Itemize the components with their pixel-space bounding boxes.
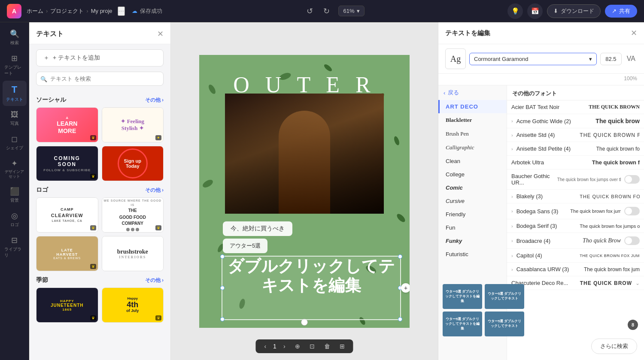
- bulb-button[interactable]: 💡: [507, 3, 523, 19]
- font-cat-cursive[interactable]: Cursive: [438, 194, 507, 208]
- font-cat-friendly[interactable]: Friendly: [438, 208, 507, 221]
- canvas-bubble-1[interactable]: 今、絶対に買うべき: [223, 221, 292, 236]
- calendar-button[interactable]: 📅: [527, 3, 543, 19]
- sidebar-item-background[interactable]: ⬛ 背景: [3, 183, 27, 207]
- canvas-container[interactable]: O U T E R 今、絶対に買うべき アウター5選: [199, 55, 410, 328]
- badge-count: 8: [628, 320, 638, 330]
- font-toggle-broadacre[interactable]: [624, 236, 640, 245]
- panel-close-button[interactable]: ✕: [157, 29, 164, 39]
- template-card-juneteenth[interactable]: HAPPY JUNETEENTH 1865 ♛: [36, 287, 98, 323]
- template-card-camp[interactable]: CAMP CLEARVIEW LAKE TAHOE, CA ♛: [36, 197, 98, 233]
- download-button[interactable]: ⬇ ダウンロード: [547, 4, 601, 18]
- right-panel-close-button[interactable]: ✕: [631, 28, 637, 38]
- font-item-baucher[interactable]: Baucher Gothic UR... The quick brown fox…: [507, 169, 644, 190]
- canvas-main-text[interactable]: ダブルクリックしてテキストを編集: [222, 257, 400, 296]
- font-toggle-baucher[interactable]: [624, 175, 640, 184]
- font-item-casablanca[interactable]: › Casablanca URW (3) The quick brown fox…: [507, 263, 644, 276]
- zoom-in-button[interactable]: ⊕: [292, 342, 303, 351]
- sidebar-item-logo[interactable]: ◎ ロゴ: [3, 208, 27, 231]
- share-button[interactable]: ↗ 共有: [605, 5, 637, 18]
- template-card-coming-soon[interactable]: COMING SOON FOLLOW & SUBSCRIBE ♛: [36, 146, 98, 181]
- font-size-input[interactable]: 82.5: [600, 53, 622, 65]
- font-toggle-bodega-sans[interactable]: [624, 207, 640, 215]
- handle-tr[interactable]: [398, 254, 402, 259]
- breadcrumb-project[interactable]: プロジェクト: [50, 7, 84, 15]
- font-back-button[interactable]: ‹ 戻る: [438, 85, 507, 100]
- undo-button[interactable]: ↺: [305, 5, 315, 18]
- font-item-capitol[interactable]: › Capitol (4) THE QUICK BROWN FOX JUMPS …: [507, 249, 644, 263]
- add-text-button[interactable]: ＋ + テキストを追加: [36, 49, 164, 67]
- canvas-text-selection[interactable]: + ダブルクリックしてテキストを編集: [222, 256, 401, 320]
- canvas-area: O U T E R 今、絶対に買うべき アウター5選: [171, 22, 438, 360]
- crown-badge: ♛: [90, 225, 96, 230]
- social-more-link[interactable]: その他 ›: [145, 97, 164, 104]
- font-item-anisette-petite[interactable]: › Anisette Std Petite (4) The quick brow…: [507, 142, 644, 156]
- font-item-charcuterie[interactable]: Charcuterie Deco Re... THE QUICK BROW ⌄: [507, 276, 644, 290]
- template-card-good-food[interactable]: WE SOURCE WHERE THE GOOD IS THE GOOD FOO…: [102, 197, 164, 233]
- handle-bl[interactable]: [220, 317, 225, 321]
- preview-thumb-3[interactable]: ウター5選 ダブルクリックしてテキストを編集: [443, 312, 482, 336]
- font-item-bodega-sans[interactable]: › Bodega Sans (3) The quick brown fox ju…: [507, 203, 644, 219]
- sidebar-item-template[interactable]: ⊞ テンプレート: [3, 50, 27, 80]
- template-card-learn-more[interactable]: ▲ LEARN MORE ♛: [36, 107, 98, 142]
- preview-thumb-4[interactable]: ウター5選 ダブルクリックしてテキスト: [485, 312, 524, 336]
- more-button[interactable]: ···: [118, 6, 125, 16]
- font-cat-art-deco[interactable]: ART DECO: [438, 100, 507, 113]
- handle-tl[interactable]: [220, 254, 225, 259]
- font-selector[interactable]: Cormorant Garamond ▾: [469, 53, 597, 65]
- app-logo[interactable]: A: [7, 4, 21, 18]
- font-item-acme-gothic[interactable]: › Acme Gothic Wide (2) The quick brow: [507, 114, 644, 128]
- sidebar-item-design[interactable]: ✦ デザインアセット: [3, 155, 27, 182]
- canvas-bubble-2[interactable]: アウター5選: [223, 239, 267, 253]
- template-card-4th-july[interactable]: Happy 4th of July ♛: [102, 287, 164, 323]
- breadcrumb-home[interactable]: ホーム: [27, 7, 43, 15]
- font-va-button[interactable]: VA: [625, 53, 637, 64]
- logo-template-grid: CAMP CLEARVIEW LAKE TAHOE, CA ♛ WE SOURC…: [36, 197, 164, 271]
- template-card-feeling-stylish[interactable]: ✦ FeelingStylish ✦ ✦: [102, 107, 164, 142]
- font-cat-clean[interactable]: Clean: [438, 154, 507, 168]
- font-cat-college[interactable]: College: [438, 168, 507, 181]
- font-cat-funky[interactable]: Funky: [438, 234, 507, 248]
- font-item-broadacre[interactable]: › Broadacre (4) Tho quick Brow: [507, 233, 644, 249]
- font-item-bodega-serif[interactable]: › Bodega Serif (3) The quick brown fox j…: [507, 219, 644, 233]
- font-cat-futuristic[interactable]: Futuristic: [438, 248, 507, 261]
- template-card-sign-today[interactable]: Sign up Today: [102, 146, 164, 181]
- template-card-late-harvest[interactable]: LATE HARVEST EATS & BREWS ♛: [36, 236, 98, 271]
- font-item-blakely[interactable]: › Blakely (3) THE QUICK BROWN FOX JUMPS: [507, 190, 644, 203]
- handle-ml[interactable]: [220, 286, 225, 290]
- add-element-button[interactable]: +: [401, 283, 410, 293]
- delete-button[interactable]: 🗑: [322, 342, 333, 351]
- grid-button[interactable]: ⊞: [337, 342, 347, 351]
- font-item-acier-bat[interactable]: Acier BAT Text Noir THE QUICK BROWN: [507, 100, 644, 114]
- logo-section-header: ロゴ その他 ›: [36, 186, 164, 194]
- font-cat-brush-pen[interactable]: Brush Pen: [438, 127, 507, 141]
- preview-thumb-1[interactable]: ウター5選 ダブルクリックしてテキストを編集: [443, 284, 482, 309]
- left-panel: テキスト ✕ ＋ + テキストを追加 🔍 ソーシャル その他 › ▲: [29, 22, 171, 360]
- logo-more-link[interactable]: その他 ›: [145, 187, 164, 194]
- font-cat-calligraphic[interactable]: Calligraphic: [438, 141, 507, 154]
- text-search-input[interactable]: [36, 72, 164, 86]
- handle-br[interactable]: [398, 317, 402, 321]
- sidebar-item-search[interactable]: 🔍 検索: [3, 26, 27, 49]
- font-cat-blackletter[interactable]: Blackletter: [438, 113, 507, 127]
- font-cat-comic[interactable]: Comic: [438, 181, 507, 194]
- zoom-selector[interactable]: 61% ▾: [338, 6, 365, 16]
- frame-button[interactable]: ⊡: [307, 342, 317, 351]
- sidebar-item-library[interactable]: ⊟ ライブラリ: [3, 232, 27, 262]
- prev-page-button[interactable]: ‹: [261, 342, 269, 351]
- seasonal-more-link[interactable]: その他 ›: [145, 277, 164, 284]
- font-item-anisette-std[interactable]: › Anisette Std (4) THE QUICK BROWN F: [507, 128, 644, 142]
- search-icon: 🔍: [10, 29, 19, 39]
- search-more-button[interactable]: さらに検索: [591, 339, 637, 354]
- sidebar-item-shape[interactable]: ◻ シェイプ: [3, 131, 27, 154]
- sidebar-item-text[interactable]: T テキスト: [3, 81, 27, 106]
- next-page-button[interactable]: ›: [281, 342, 288, 351]
- preview-thumb-2[interactable]: ウター5選 ダブルクリックしてテキスト: [485, 284, 524, 309]
- breadcrumb-current[interactable]: My proje: [91, 8, 112, 14]
- redo-button[interactable]: ↻: [322, 5, 331, 18]
- template-card-brushstroke[interactable]: brushstroke INTERIORS: [102, 236, 164, 271]
- font-cat-fun[interactable]: Fun: [438, 221, 507, 234]
- sidebar-item-photo[interactable]: 🖼 写真: [3, 107, 27, 130]
- canvas-photo: [225, 94, 384, 214]
- font-item-arbotek[interactable]: Arbotek Ultra The quick brown f: [507, 156, 644, 169]
